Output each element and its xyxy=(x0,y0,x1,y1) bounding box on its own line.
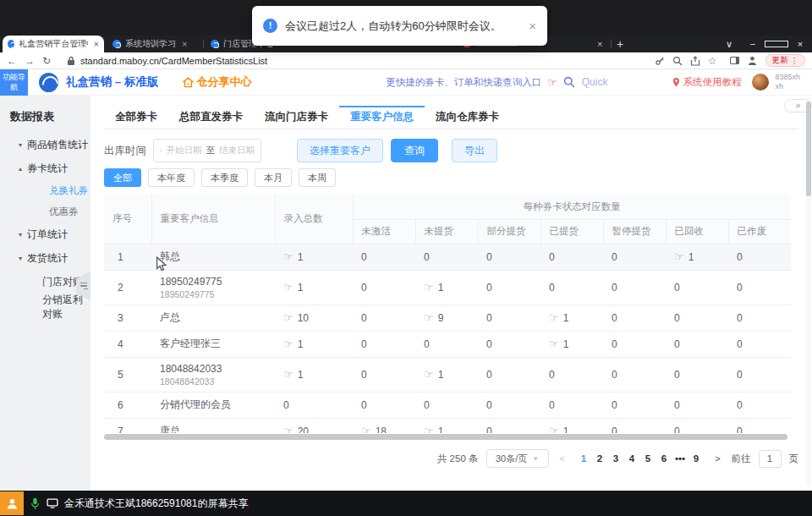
tab-favicon xyxy=(8,40,14,48)
cell-status-已提货[interactable]: ☞1 xyxy=(540,418,603,433)
sidebar-item-券卡统计[interactable]: ▴券卡统计 xyxy=(0,156,91,180)
sidebar-item-兑换礼券[interactable]: 兑换礼券 xyxy=(0,180,91,201)
page-number-3[interactable]: 3 xyxy=(608,453,624,464)
cell-status-已提货[interactable]: ☞1 xyxy=(540,305,603,331)
quick-filter-本年度[interactable]: 本年度 xyxy=(148,168,195,187)
close-icon[interactable]: × xyxy=(597,36,602,52)
cell-customer[interactable]: 韩总 xyxy=(151,244,275,270)
cell-customer[interactable]: 卢总 xyxy=(151,305,275,331)
tab-search-icon[interactable]: ∨ xyxy=(717,36,741,52)
quick-filter-本周[interactable]: 本周 xyxy=(299,168,336,187)
sidebar-item-优惠券[interactable]: 优惠券 xyxy=(0,201,91,222)
cell-customer[interactable]: 客户经理张三 xyxy=(151,331,275,357)
cell-status-已回收[interactable]: ☞1 xyxy=(666,244,728,270)
restore-icon[interactable] xyxy=(765,36,788,52)
cell-customer[interactable]: 分销代理的会员 xyxy=(151,392,275,418)
tab-全部券卡[interactable]: 全部券卡 xyxy=(104,106,168,129)
cell-status-未提货[interactable]: ☞9 xyxy=(415,305,478,331)
cell-value: 9 xyxy=(438,312,444,324)
tab-favicon xyxy=(211,40,219,48)
page-ellipsis[interactable]: ••• xyxy=(672,453,689,464)
cell-total[interactable]: ☞20 xyxy=(275,418,353,433)
side-panel-icon[interactable] xyxy=(730,57,739,64)
back-icon[interactable]: ← xyxy=(7,55,17,67)
quick-entry-link[interactable]: 更快捷的券卡、订单和快递查询入口 xyxy=(386,76,541,89)
chrome-update-button[interactable]: 更新⋮ xyxy=(765,54,806,67)
tab-重要客户信息[interactable]: 重要客户信息 xyxy=(339,106,425,129)
cell-status-未激活[interactable]: ☞18 xyxy=(353,418,415,433)
forward-icon[interactable]: → xyxy=(25,55,35,67)
horizontal-scrollbar[interactable] xyxy=(104,434,787,440)
cell-status-未激活: 0 xyxy=(353,270,415,305)
cell-status-已提货: 0 xyxy=(540,244,603,270)
browser-tab[interactable]: 礼盒营销平台管理中心× xyxy=(3,36,104,52)
select-important-customer-button[interactable]: 选择重要客户 xyxy=(297,139,383,162)
pagination: 共 250 条 30条/页 ▼ < 123456•••9 > 前往 页 xyxy=(104,449,798,468)
toast-close-icon[interactable]: × xyxy=(529,19,536,33)
goto-page-input[interactable] xyxy=(759,450,782,468)
microphone-icon[interactable] xyxy=(30,497,40,510)
cell-status-已提货[interactable]: ☞1 xyxy=(540,331,603,357)
page-size-select[interactable]: 30条/页 ▼ xyxy=(486,449,549,468)
quick-filter-本月[interactable]: 本月 xyxy=(255,168,292,187)
hand-point-icon: ☞ xyxy=(283,338,294,350)
cell-status-已作废: 0 xyxy=(728,244,791,270)
tutorial-link[interactable]: 系统使用教程 xyxy=(672,76,741,89)
page-number-5[interactable]: 5 xyxy=(640,453,656,464)
tab-流向仓库券卡[interactable]: 流向仓库券卡 xyxy=(425,106,510,129)
cell-customer[interactable]: 1804884203318048842033 xyxy=(151,357,275,392)
cell-customer[interactable]: 唐总 xyxy=(151,418,275,433)
customer-name: 分销代理的会员 xyxy=(160,398,275,412)
password-key-icon[interactable] xyxy=(655,56,665,66)
cell-total[interactable]: ☞10 xyxy=(275,305,353,331)
tab-流向门店券卡[interactable]: 流向门店券卡 xyxy=(254,106,339,129)
reload-icon[interactable]: ↻ xyxy=(42,55,51,67)
cell-total[interactable]: ☞1 xyxy=(275,270,353,305)
tab-close-icon[interactable]: × xyxy=(94,39,99,49)
user-avatar[interactable] xyxy=(752,74,769,91)
warehouse-share-center-link[interactable]: 仓分享中心 xyxy=(183,74,252,90)
query-button[interactable]: 查询 xyxy=(391,139,438,162)
function-nav-toggle[interactable]: 功能导航 xyxy=(0,69,28,96)
cell-total[interactable]: ☞1 xyxy=(275,331,353,357)
tab-总部直发券卡[interactable]: 总部直发券卡 xyxy=(168,106,254,129)
user-info[interactable]: 8385xh xh xyxy=(775,73,800,92)
share-icon[interactable] xyxy=(690,56,700,66)
cell-total: 0 xyxy=(275,392,353,418)
cell-status-未激活: 0 xyxy=(353,331,415,357)
sidebar-item-订单统计[interactable]: ▾订单统计 xyxy=(0,222,91,246)
page-number-2[interactable]: 2 xyxy=(592,453,608,464)
profile-icon[interactable] xyxy=(747,55,758,66)
quick-filter-全部[interactable]: 全部 xyxy=(104,168,141,187)
cell-status-未提货[interactable]: ☞1 xyxy=(415,418,478,433)
date-filter-label: 出库时间 xyxy=(104,144,146,158)
cell-status-未提货[interactable]: ☞1 xyxy=(415,270,478,305)
url-field[interactable]: standard.maboy.cn/CardMemberStatisticsLi… xyxy=(67,56,647,66)
cell-total[interactable]: ☞1 xyxy=(275,357,353,392)
sidebar-item-商品销售统计[interactable]: ▾商品销售统计 xyxy=(0,133,91,156)
zoom-icon[interactable] xyxy=(672,56,683,66)
export-button[interactable]: 导出 xyxy=(452,139,497,162)
quick-search-icon[interactable] xyxy=(563,76,575,88)
window-close-icon[interactable]: × xyxy=(788,36,812,52)
quick-filter-本季度[interactable]: 本季度 xyxy=(201,168,248,187)
prev-page-icon[interactable]: < xyxy=(557,453,568,464)
page-number-1[interactable]: 1 xyxy=(576,453,592,464)
sidebar-item-分销返利对账[interactable]: 分销返利对账 xyxy=(0,294,91,319)
page-number-6[interactable]: 6 xyxy=(656,453,672,464)
next-page-icon[interactable]: > xyxy=(712,453,724,464)
sidebar-item-发货统计[interactable]: ▾发货统计 xyxy=(0,246,91,270)
vertical-scrollbar[interactable] xyxy=(806,98,811,486)
bookmark-star-icon[interactable]: ☆ xyxy=(708,55,717,67)
tab-close-icon[interactable]: × xyxy=(182,39,187,49)
date-range-input[interactable]: 开始日期 至 结束日期 xyxy=(153,139,261,162)
browser-tab[interactable]: 系统培训学习× xyxy=(107,36,202,52)
new-tab-button[interactable]: + xyxy=(617,36,623,52)
cell-status-未提货[interactable]: ☞1 xyxy=(415,357,478,392)
quick-label[interactable]: Quick xyxy=(582,76,608,88)
minimize-icon[interactable]: − xyxy=(741,36,765,52)
page-number-9[interactable]: 9 xyxy=(689,453,705,464)
cell-total[interactable]: ☞1 xyxy=(275,244,353,270)
page-number-4[interactable]: 4 xyxy=(624,453,640,464)
cell-customer[interactable]: 1895024977518950249775 xyxy=(151,270,275,305)
